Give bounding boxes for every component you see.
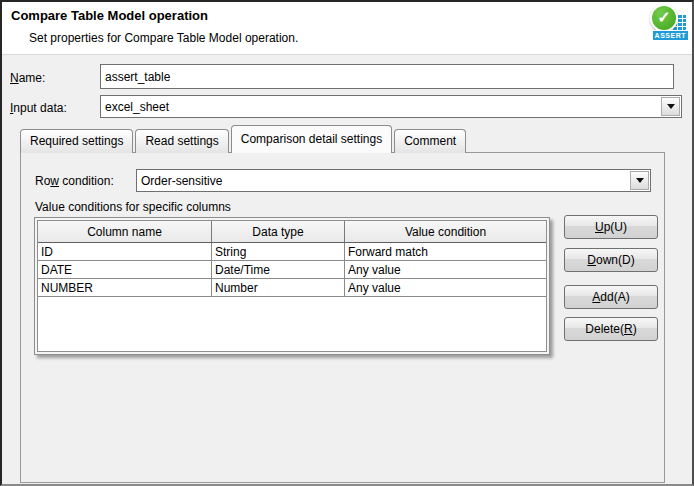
name-label: Name: [10,71,45,85]
cell-column-name[interactable]: DATE [38,261,212,278]
cell-value-condition[interactable]: Forward match [345,243,546,260]
page-subtitle: Set properties for Compare Table Model o… [29,31,298,45]
dialog-window: Compare Table Model operation Set proper… [0,0,694,486]
row-condition-value: Order-sensitive [137,174,629,188]
row-condition-select[interactable]: Order-sensitive [136,169,651,192]
check-icon: ✓ [650,4,678,32]
operation-icon: ✓ ASSERT [649,4,689,44]
value-conditions-table: Column name Data type Value condition ID… [34,217,550,355]
input-data-select[interactable]: excel_sheet [100,95,682,118]
up-button[interactable]: Up(U) [564,215,658,239]
table-header-row: Column name Data type Value condition [38,221,546,243]
table-empty-area [38,297,546,351]
page-title: Compare Table Model operation [11,8,208,23]
tab-read-settings[interactable]: Read settings [135,129,228,153]
table-row[interactable]: DATE Date/Time Any value [38,261,546,279]
table-row[interactable]: NUMBER Number Any value [38,279,546,297]
cell-column-name[interactable]: ID [38,243,212,260]
settings-tabs: Required settings Read settings Comparis… [20,126,468,153]
cell-data-type[interactable]: String [212,243,345,260]
down-button[interactable]: Down(D) [564,248,658,272]
comparison-detail-panel: Row condition: Order-sensitive Value con… [20,152,665,483]
cell-data-type[interactable]: Number [212,279,345,296]
assert-badge: ASSERT [652,30,689,41]
chevron-down-icon[interactable] [661,97,680,116]
tab-comment[interactable]: Comment [394,129,466,153]
row-condition-label: Row condition: [35,174,114,188]
table-grid: Column name Data type Value condition ID… [37,220,547,352]
cell-column-name[interactable]: NUMBER [38,279,212,296]
value-conditions-label: Value conditions for specific columns [35,200,231,214]
add-button[interactable]: Add(A) [564,285,658,309]
table-row[interactable]: ID String Forward match [38,243,546,261]
cell-value-condition[interactable]: Any value [345,261,546,278]
tab-required-settings[interactable]: Required settings [20,129,133,153]
name-field[interactable] [100,64,674,89]
cell-data-type[interactable]: Date/Time [212,261,345,278]
input-data-label: Input data: [10,101,67,115]
column-header-data-type[interactable]: Data type [212,221,345,242]
tab-comparison-detail-settings[interactable]: Comparison detail settings [231,125,392,153]
dialog-header: Compare Table Model operation Set proper… [2,2,692,55]
column-header-column-name[interactable]: Column name [38,221,212,242]
input-data-value: excel_sheet [101,100,660,114]
cell-value-condition[interactable]: Any value [345,279,546,296]
chevron-down-icon[interactable] [630,171,649,190]
column-header-value-condition[interactable]: Value condition [345,221,546,242]
delete-button[interactable]: Delete(R) [564,317,658,341]
